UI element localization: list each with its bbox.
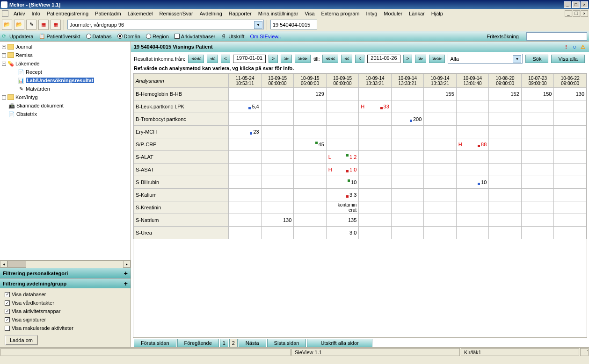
analysis-name[interactable]: S-ALAT xyxy=(134,151,229,164)
analysis-name[interactable]: S-Bilirubin xyxy=(134,176,229,189)
menu-hjalp[interactable]: Hjälp xyxy=(428,10,446,17)
result-cell[interactable] xyxy=(554,151,587,164)
column-header[interactable]: 10-07-2309:00:00 xyxy=(521,74,554,88)
result-cell[interactable] xyxy=(359,201,392,214)
tb-doc2-icon[interactable]: ▦ xyxy=(51,20,61,30)
result-cell[interactable] xyxy=(294,100,327,113)
expand-icon[interactable]: + xyxy=(124,270,128,277)
result-cell[interactable] xyxy=(261,201,294,214)
result-cell[interactable] xyxy=(391,88,424,100)
tree-obstetrix[interactable]: 📄Obstetrix xyxy=(1,110,130,118)
column-header[interactable]: 11-05-2410:53:11 xyxy=(229,74,262,88)
filter-personkategori-header[interactable]: Filtrering personalkategori+ xyxy=(0,268,131,278)
sok-button[interactable]: Sök xyxy=(525,55,548,63)
result-cell[interactable] xyxy=(391,164,424,176)
result-cell[interactable] xyxy=(554,138,587,151)
result-cell[interactable]: 130 xyxy=(261,214,294,227)
nav-prev-button[interactable]: < xyxy=(221,55,230,63)
result-cell[interactable] xyxy=(294,201,327,214)
radio-doman[interactable]: Domän xyxy=(117,34,140,39)
result-cell[interactable] xyxy=(391,138,424,151)
result-cell[interactable] xyxy=(326,126,359,138)
check-visa-signaturer[interactable]: Visa signaturer xyxy=(5,315,126,324)
analysis-name[interactable]: B-Hemoglobin B-HB xyxy=(134,88,229,100)
result-cell[interactable] xyxy=(229,164,262,176)
date-from-input[interactable]: 1970-01-01 xyxy=(233,55,266,63)
tree-skannade[interactable]: 📠Skannade dokument xyxy=(1,101,130,110)
menu-patientregistrering[interactable]: Patientregistrering xyxy=(44,10,92,17)
result-cell[interactable] xyxy=(261,138,294,151)
result-cell[interactable] xyxy=(261,164,294,176)
column-header[interactable]: 10-06-2209:00:00 xyxy=(554,74,587,88)
result-cell[interactable] xyxy=(294,214,327,227)
mdi-minimize[interactable]: _ xyxy=(565,10,572,17)
result-cell[interactable] xyxy=(359,214,392,227)
result-cell[interactable] xyxy=(294,176,327,189)
result-cell[interactable] xyxy=(326,88,359,100)
column-header[interactable]: 10-09-1413:33:21 xyxy=(424,74,457,88)
mdi-restore[interactable]: ❐ xyxy=(573,10,580,17)
check-visa-vardkontakter[interactable]: Visa vårdkontakter xyxy=(5,299,126,307)
result-cell[interactable] xyxy=(424,113,457,126)
nav-next2-button[interactable]: ≫ xyxy=(281,55,292,63)
analysis-name[interactable]: Ery-MCH xyxy=(134,126,229,138)
result-cell[interactable] xyxy=(489,227,522,239)
nav-last-button[interactable]: ≫≫ xyxy=(295,55,311,63)
result-cell[interactable]: 45 xyxy=(294,138,327,151)
result-cell[interactable] xyxy=(456,214,489,227)
pager-next[interactable]: Nästa xyxy=(239,339,266,347)
result-cell[interactable] xyxy=(489,126,522,138)
result-cell[interactable] xyxy=(554,100,587,113)
result-cell[interactable] xyxy=(391,176,424,189)
result-cell[interactable]: H88 xyxy=(456,138,489,151)
check-visa-aktivitetsmappar[interactable]: Visa aktivitetsmappar xyxy=(5,307,126,315)
result-cell[interactable]: 135 xyxy=(326,214,359,227)
tb-open2-icon[interactable]: 📂 xyxy=(14,20,24,30)
result-cell[interactable]: 10 xyxy=(456,176,489,189)
scroll-thumb[interactable] xyxy=(7,261,26,268)
analysis-name[interactable]: S-Urea xyxy=(134,227,229,239)
tree-matvarden[interactable]: ✎Mätvärden xyxy=(1,85,130,93)
result-cell[interactable] xyxy=(521,227,554,239)
result-cell[interactable] xyxy=(229,227,262,239)
result-cell[interactable] xyxy=(456,227,489,239)
scroll-right-icon[interactable]: ▸ xyxy=(123,261,131,268)
result-cell[interactable] xyxy=(489,138,522,151)
result-cell[interactable] xyxy=(489,100,522,113)
column-header[interactable]: 10-09-1506:00:00 xyxy=(261,74,294,88)
fritext-input[interactable] xyxy=(526,32,587,41)
result-cell[interactable]: 3,0 xyxy=(326,227,359,239)
result-cell[interactable] xyxy=(326,113,359,126)
result-cell[interactable]: 130 xyxy=(554,88,587,100)
result-cell[interactable] xyxy=(521,201,554,214)
check-visa-databaser[interactable]: Visa databaser xyxy=(5,290,126,299)
result-cell[interactable] xyxy=(489,113,522,126)
result-cell[interactable] xyxy=(554,227,587,239)
result-cell[interactable] xyxy=(489,189,522,201)
result-cell[interactable]: L1,2 xyxy=(326,151,359,164)
ladda-om-button[interactable]: Ladda om xyxy=(5,335,38,345)
menu-patientadm[interactable]: Patientadm xyxy=(92,10,124,17)
result-cell[interactable] xyxy=(261,227,294,239)
result-cell[interactable] xyxy=(489,164,522,176)
analysis-name[interactable]: S-ASAT xyxy=(134,164,229,176)
tree-lab[interactable]: 📊Lab/Undersökningsresultat xyxy=(1,76,130,85)
result-cell[interactable] xyxy=(521,113,554,126)
collapse-icon[interactable]: − xyxy=(2,62,6,66)
result-cell[interactable] xyxy=(456,151,489,164)
result-cell[interactable] xyxy=(456,189,489,201)
analysis-name[interactable]: S-Kalium xyxy=(134,189,229,201)
date-to-input[interactable]: 2011-09-26 xyxy=(367,55,400,63)
result-cell[interactable] xyxy=(326,100,359,113)
check-visa-makulerade[interactable]: Visa makulerade aktiviteter xyxy=(5,324,126,332)
menu-remisser[interactable]: Remisser/Svar xyxy=(156,10,196,17)
result-cell[interactable] xyxy=(391,227,424,239)
radio-region[interactable]: Region xyxy=(146,34,169,39)
result-cell[interactable] xyxy=(359,227,392,239)
result-cell[interactable] xyxy=(521,164,554,176)
result-cell[interactable] xyxy=(489,151,522,164)
result-cell[interactable] xyxy=(391,201,424,214)
om-sieview-link[interactable]: Om SIEview.. xyxy=(250,34,281,39)
result-cell[interactable] xyxy=(554,126,587,138)
result-cell[interactable] xyxy=(456,113,489,126)
